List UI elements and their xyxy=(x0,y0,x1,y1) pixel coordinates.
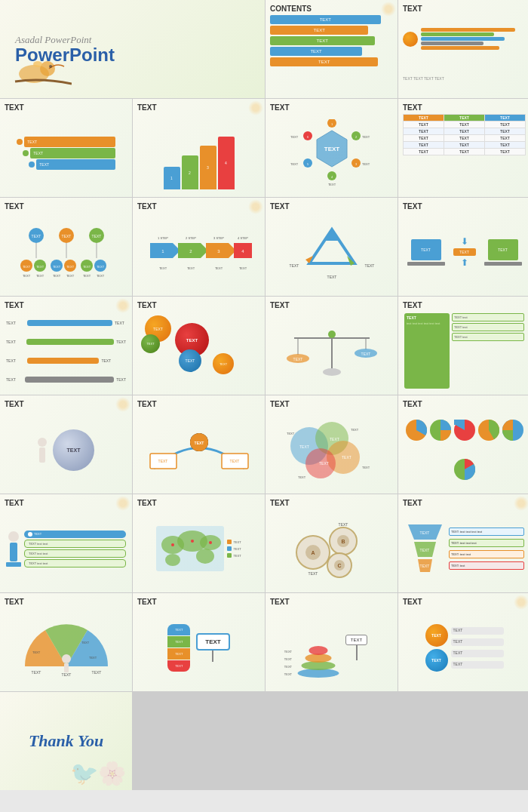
slide-sign[interactable]: TEXT TEXT TEXT TEXT TEXT TEXT xyxy=(133,593,265,691)
contents-bar-1: TEXT xyxy=(270,15,381,24)
slide-3dfigure[interactable]: TEXT TEXT xyxy=(0,395,132,494)
slide-thankyou[interactable]: 🐦🌸 Thank You xyxy=(0,692,132,790)
slide-arch[interactable]: TEXT TEXT TEXT TEXT xyxy=(133,395,265,494)
pie-6 xyxy=(454,459,475,480)
svg-text:TEXT: TEXT xyxy=(158,266,167,270)
svg-text:TEXT: TEXT xyxy=(81,641,90,644)
slide-gears[interactable]: TEXT A TEXT B TEXT C xyxy=(266,494,398,592)
slide-texttext-title: TEXT xyxy=(403,598,526,606)
contents-bar-2: TEXT xyxy=(270,26,368,35)
gears-svg: A TEXT B TEXT C xyxy=(283,518,381,579)
bird-svg xyxy=(11,48,72,89)
svg-text:TEXT: TEXT xyxy=(96,265,104,269)
slide-grid: Asadal PowerPoint PowerPoint 🐦🌸 🌼🌿 CONTE… xyxy=(0,0,528,790)
svg-text:TEXT: TEXT xyxy=(91,670,101,675)
svg-text:TEXT: TEXT xyxy=(158,459,167,463)
slide-bubble[interactable]: TEXT TEXT TEXT TEXT TEXT TEXT xyxy=(133,297,265,395)
svg-text:TEXT: TEXT xyxy=(61,672,71,677)
numbered-svg: 1 2 3 4 TEXT TEXT TEXT TEXT 1 STEP 2 STE… xyxy=(146,224,252,281)
slide-header[interactable]: Asadal PowerPoint PowerPoint 🐦🌸 🌼🌿 xyxy=(0,0,265,98)
svg-text:TEXT: TEXT xyxy=(61,234,71,238)
svg-text:4 STEP: 4 STEP xyxy=(238,236,248,240)
svg-text:TEXT: TEXT xyxy=(66,265,74,269)
slide-recycle[interactable]: TEXT TEXT TEXT TEXT xyxy=(266,198,398,296)
svg-text:3 STEP: 3 STEP xyxy=(213,236,224,240)
slide-stair3d[interactable]: TEXT 1 2 3 4 xyxy=(133,99,265,197)
slide-stair3d-title: TEXT xyxy=(137,103,260,112)
svg-text:TEXT: TEXT xyxy=(361,352,370,356)
svg-text:TEXT: TEXT xyxy=(299,444,309,449)
slide-venn[interactable]: TEXT TEXT TEXT TEXT TEXT TEXT TEXT TEXT xyxy=(266,395,398,494)
svg-point-133 xyxy=(62,654,71,663)
svg-text:TEXT: TEXT xyxy=(324,146,339,152)
svg-point-113 xyxy=(171,543,174,546)
slide-stacked[interactable]: TEXT TEXT TEXT TEXT TEXT TEXT xyxy=(266,593,398,691)
svg-text:TEXT: TEXT xyxy=(308,571,318,576)
svg-point-3 xyxy=(49,65,52,68)
slide-text-flow[interactable]: TEXT TEXT TEXT TEXT xyxy=(0,99,132,197)
svg-text:2 STEP: 2 STEP xyxy=(186,236,196,240)
svg-point-115 xyxy=(209,541,212,544)
slide-funnel[interactable]: TEXT TEXT TEXT TEXT TEXT: text text text… xyxy=(398,494,528,592)
svg-marker-54 xyxy=(206,243,236,258)
slide-semicircle[interactable]: TEXT TEXT TEXT TEXT TEXT TEXT TEXT xyxy=(0,593,132,691)
svg-text:TEXT: TEXT xyxy=(214,266,223,270)
svg-text:B: B xyxy=(341,539,345,544)
svg-marker-50 xyxy=(150,243,180,258)
contents-bar-4: TEXT xyxy=(270,47,362,56)
slide-piemulti-title: TEXT xyxy=(403,400,526,408)
slide-table[interactable]: TEXT TEXT TEXT TEXT TEXTTEXTTEXT TEXTTEX… xyxy=(398,99,528,197)
slide-contents[interactable]: CONTENTS TEXT TEXT TEXT TEXT TEXT xyxy=(266,0,398,98)
thankyou-text: Thank You xyxy=(29,731,103,751)
svg-point-111 xyxy=(165,554,180,566)
slide-laptop[interactable]: TEXT TEXT ⬇ TEXT ⬆ TEXT xyxy=(398,198,528,296)
hexagon-svg: TEXT 1 2 3 4 5 6 TEXT TEXT xyxy=(287,119,377,187)
slide-texttext[interactable]: TEXT TEXT TEXT TEXT TEXT TEXT TEXT xyxy=(398,593,528,691)
svg-text:TEXT: TEXT xyxy=(35,274,44,278)
slide-bubble-title: TEXT xyxy=(137,301,260,309)
slide-figureboxes-title: TEXT xyxy=(5,499,127,507)
slide-hexagon[interactable]: TEXT TEXT 1 2 3 4 5 xyxy=(266,99,398,197)
svg-text:TEXT: TEXT xyxy=(287,432,295,435)
slide-recycle-title: TEXT xyxy=(270,202,393,211)
svg-text:TEXT: TEXT xyxy=(327,275,336,279)
svg-point-112 xyxy=(196,549,214,564)
slide-piemulti[interactable]: TEXT xyxy=(398,395,528,494)
svg-text:TEXT: TEXT xyxy=(52,274,60,278)
svg-text:TEXT: TEXT xyxy=(22,265,30,269)
svg-text:TEXT: TEXT xyxy=(66,274,74,278)
slide-progress-title: TEXT xyxy=(5,301,127,309)
slide-semicircle-title: TEXT xyxy=(5,598,127,606)
svg-text:A: A xyxy=(311,550,315,555)
contents-bar-5: TEXT xyxy=(270,57,378,66)
arch-svg: TEXT TEXT TEXT xyxy=(146,423,252,476)
svg-text:TEXT: TEXT xyxy=(89,656,97,660)
contents-bars: TEXT TEXT TEXT TEXT TEXT xyxy=(270,15,393,66)
slide-stacked-title: TEXT xyxy=(270,598,393,606)
balance-svg: TEXT TEXT xyxy=(279,323,385,380)
slide-balance[interactable]: TEXT TEXT TEXT xyxy=(266,297,398,395)
contents-bar-3: TEXT xyxy=(270,36,375,45)
svg-text:TEXT: TEXT xyxy=(31,670,41,675)
svg-text:TEXT: TEXT xyxy=(420,564,430,568)
slide-worldmap[interactable]: TEXT xyxy=(133,494,265,592)
svg-text:TEXT: TEXT xyxy=(290,135,299,139)
svg-text:TEXT: TEXT xyxy=(186,266,195,270)
slide-gears-title: TEXT xyxy=(270,499,393,507)
svg-text:TEXT: TEXT xyxy=(32,651,41,654)
svg-text:TEXT: TEXT xyxy=(351,428,359,432)
slide-figureboxes[interactable]: TEXT TEXT TEXT text text TEXT text text xyxy=(0,494,132,592)
slide-numbered[interactable]: TEXT 1 2 3 4 TEXT TEXT TEXT TEXT xyxy=(133,198,265,296)
slide-tree[interactable]: TEXT TEXT TEXT TEXT TEXT xyxy=(0,198,132,296)
slide-progress[interactable]: TEXT TEXT TEXT TEXT TEXT TEXT TEXT xyxy=(0,297,132,395)
contents-title: CONTENTS xyxy=(270,5,393,13)
slide-greenblocks[interactable]: TEXT TEXT text text text text text text … xyxy=(398,297,528,395)
worldmap-svg xyxy=(156,526,224,571)
slide-table-title: TEXT xyxy=(403,103,526,112)
slide-tree-title: TEXT xyxy=(5,202,127,211)
pie-2 xyxy=(430,420,451,441)
svg-text:TEXT: TEXT xyxy=(362,135,370,139)
slide-hbar[interactable]: TEXT TEXT TEXT TEXT TEXT xyxy=(398,0,528,98)
svg-text:C: C xyxy=(337,563,341,568)
svg-text:1 STEP: 1 STEP xyxy=(158,236,168,240)
